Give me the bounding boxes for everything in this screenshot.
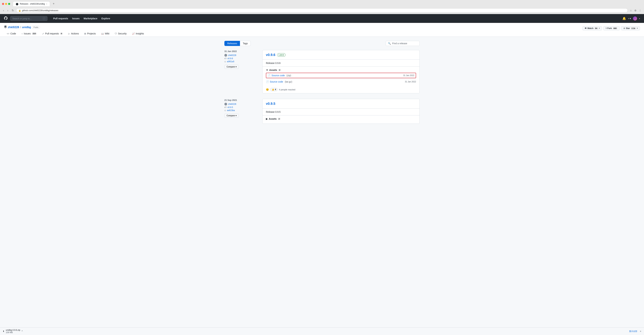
tag-link[interactable]: v0.9.6 — [228, 57, 233, 60]
commit-link[interactable]: a0f01a5 — [227, 60, 234, 63]
nav-pull-requests[interactable]: Pull requests — [52, 16, 70, 21]
release-sidebar-v096: 31 Jan 2022 zhkl0228 🏷 v0.9.6 ◇ a0f01a5 … — [224, 50, 258, 94]
search-release-box[interactable]: 🔍 Find a release — [386, 41, 420, 46]
back-button[interactable]: ‹ — [2, 9, 5, 12]
release-sidebar-meta-v095: zhkl0228 🏷 v0.9.5 ◇ ae815ba — [224, 103, 258, 112]
reactions-text: 4 people reacted — [279, 88, 296, 91]
release-card-header-v095: v0.9.5 — [262, 99, 420, 108]
assets-label: Assets — [269, 69, 277, 71]
latest-badge: Latest — [277, 53, 286, 56]
tab-close-icon[interactable]: × — [46, 3, 47, 5]
notifications-icon[interactable]: 🔔 — [622, 16, 626, 20]
tag-icon: 🏷 — [224, 57, 226, 60]
source-code-targz-link[interactable]: 📄 Source code (tar.gz) — [266, 80, 405, 83]
nav-actions[interactable]: ▷ Actions — [66, 31, 82, 36]
nav-projects[interactable]: ⊞ Projects — [82, 31, 98, 36]
release-title-v095: v0.9.5 — [266, 102, 416, 106]
nav-insights[interactable]: 📈 Insights — [129, 31, 146, 36]
address-bar[interactable]: 🔒 github.com/zhkl0228/unidbg/releases — [16, 8, 628, 12]
repo-name-link[interactable]: unidbg — [22, 26, 31, 29]
tags-tab[interactable]: Tags — [240, 41, 251, 46]
star-icon: ☆ — [623, 27, 625, 30]
menu-icon[interactable]: ⋮ — [638, 9, 642, 12]
star-dropdown-arrow[interactable]: ▾ — [637, 27, 638, 29]
insights-label: Insights — [136, 32, 144, 35]
releases-tab-label: Releases — [227, 42, 237, 45]
issues-icon: ○ — [22, 32, 23, 35]
repo-actions: 👁 Watch 94 ▾ ⑂ Fork 668 ☆ Star 2.1k ▾ — [582, 26, 640, 30]
commit-link-v095[interactable]: ae815ba — [227, 109, 235, 112]
tag-link-v095[interactable]: v0.9.5 — [228, 106, 233, 108]
code-label: Code — [10, 32, 16, 35]
new-tab-button[interactable]: + — [51, 2, 56, 6]
repo-owner-link[interactable]: zhkl0228 — [8, 26, 19, 29]
thumbsup-reaction-button[interactable]: 👍 4 — [270, 88, 278, 91]
search-placeholder: Search or jump to... — [12, 17, 32, 20]
watch-dropdown-arrow[interactable]: ▾ — [599, 27, 600, 29]
bookmark-icon[interactable]: ☆ — [629, 9, 633, 12]
release-version-link-v095[interactable]: v0.9.5 — [266, 102, 276, 106]
asset-item-zip: 📄 Source code (zip) 31 Jan 2022 — [266, 73, 416, 78]
watch-button[interactable]: 👁 Watch 94 ▾ — [582, 26, 602, 30]
extensions-icon[interactable]: ⚙ — [634, 9, 637, 12]
targz-file-icon: 📄 — [266, 80, 269, 83]
actions-icon: ▷ — [68, 32, 70, 35]
thumbsup-count: 4 — [275, 88, 276, 91]
active-browser-tab[interactable]: ⬤ Releases · zhkl0228/unidbg × — [13, 1, 50, 6]
compare-button-v095[interactable]: Compare ▾ — [224, 114, 239, 118]
fork-button[interactable]: ⑂ Fork 668 — [603, 26, 620, 30]
releases-tab[interactable]: Releases — [224, 41, 240, 46]
nav-security[interactable]: 🛡 Security — [112, 31, 129, 36]
nav-issues[interactable]: Issues — [70, 16, 81, 21]
nav-marketplace[interactable]: Marketplace — [82, 16, 99, 21]
search-box[interactable]: Search or jump to... / — [10, 16, 48, 21]
browser-dots — [2, 3, 10, 5]
nav-pull-requests[interactable]: ⤢ Pull requests 4 — [40, 31, 66, 36]
actions-label: Actions — [71, 32, 79, 35]
repo-visibility-badge: Public — [32, 26, 40, 29]
repo-separator: / — [20, 26, 21, 29]
projects-label: Projects — [87, 32, 96, 35]
security-label: Security — [118, 32, 126, 35]
watch-label: Watch — [588, 27, 594, 30]
code-icon: <> — [7, 32, 9, 35]
fork-count: 668 — [612, 27, 618, 29]
release-card-header-v096: v0.9.6 Latest — [262, 50, 420, 60]
close-dot[interactable] — [2, 3, 4, 5]
plus-button[interactable]: + ▾ — [628, 17, 631, 20]
repo-nav: <> Code ○ Issues 215 ⤢ Pull requests 4 ▷… — [4, 31, 640, 36]
fullscreen-dot[interactable] — [8, 3, 10, 5]
assets-count-v095: 2 — [278, 118, 281, 120]
avatar-dropdown-arrow[interactable]: ▾ — [639, 18, 640, 20]
source-code-zip-name: Source code — [272, 74, 285, 77]
release-date-v095: 21 Sep 2021 — [224, 99, 258, 102]
author-link[interactable]: zhkl0228 — [228, 54, 236, 56]
tags-tab-label: Tags — [243, 42, 248, 45]
thumbsup-emoji: 👍 — [272, 88, 274, 91]
nav-code[interactable]: <> Code — [4, 31, 19, 36]
refresh-button[interactable]: ↻ — [11, 8, 15, 12]
compare-button-v096[interactable]: Compare ▾ — [224, 65, 239, 69]
repo-type-icon — [4, 26, 7, 29]
release-commit-item-v095: ◇ ae815ba — [224, 109, 258, 112]
assets-label-v095: Assets — [269, 118, 276, 120]
forward-button[interactable]: › — [6, 9, 9, 12]
release-version-link[interactable]: v0.9.6 — [266, 53, 276, 57]
nav-issues[interactable]: ○ Issues 215 — [19, 31, 40, 36]
add-reaction-button[interactable]: 😊 — [266, 88, 269, 91]
lock-icon: 🔒 — [18, 9, 21, 12]
release-desc-text-v095: Release 0.9.5 — [266, 110, 280, 113]
assets-header-v096[interactable]: ▼ Assets 2 — [266, 69, 416, 71]
minimize-dot[interactable] — [5, 3, 7, 5]
author-link-v095[interactable]: zhkl0228 — [228, 103, 236, 105]
watch-count: 94 — [594, 27, 598, 29]
release-section-v096: 31 Jan 2022 zhkl0228 🏷 v0.9.6 ◇ a0f01a5 … — [224, 50, 420, 94]
nav-wiki[interactable]: 📖 Wiki — [98, 31, 112, 36]
source-code-zip-link[interactable]: 📄 Source code (zip) — [268, 74, 403, 77]
star-button[interactable]: ☆ Star 2.1k ▾ — [621, 26, 640, 30]
user-avatar[interactable] — [633, 16, 637, 20]
assets-header-v095[interactable]: ▶ Assets 2 — [266, 118, 416, 120]
release-description-v095: Release 0.9.5 — [262, 108, 420, 116]
targz-asset-date: 31 Jan 2022 — [405, 80, 416, 83]
nav-explore[interactable]: Explore — [100, 16, 112, 21]
